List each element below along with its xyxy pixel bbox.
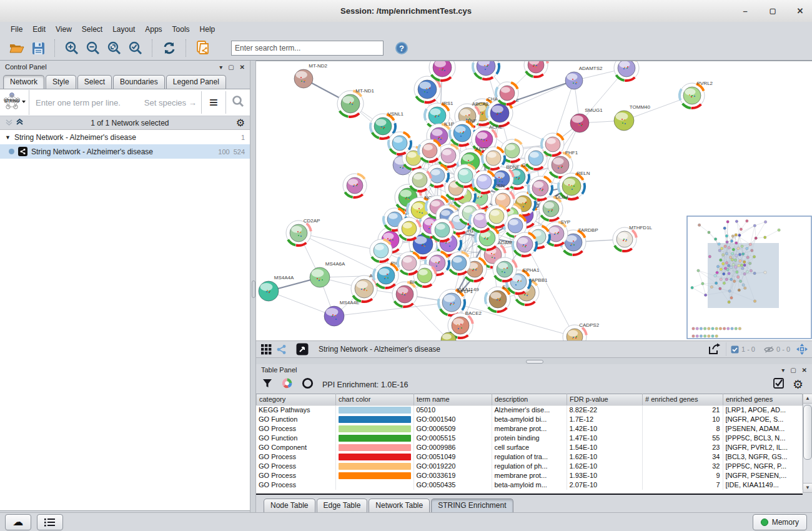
network-node[interactable]: [482, 147, 505, 169]
string-search-button[interactable]: [226, 90, 250, 115]
column-header-category[interactable]: category: [257, 394, 336, 405]
table-row[interactable]: GO ProcessGO:0050435beta-amyloid m...2.0…: [256, 480, 802, 490]
string-protein-query-dropdown[interactable]: STRING: [0, 90, 29, 115]
menu-file[interactable]: File: [6, 24, 27, 35]
column-header-description[interactable]: description: [492, 394, 567, 405]
share-view-button[interactable]: [274, 342, 289, 356]
search-input[interactable]: [231, 41, 384, 56]
minimize-button[interactable]: –: [740, 6, 751, 16]
string-query-input[interactable]: Enter one term per line. Set species →: [29, 98, 201, 107]
tree-expanded-icon[interactable]: ▼: [5, 134, 11, 141]
scroll-thumb[interactable]: [803, 405, 812, 460]
network-node[interactable]: [370, 239, 392, 262]
network-node[interactable]: [398, 217, 420, 240]
splitter-grip[interactable]: [252, 280, 255, 298]
clone-network-button[interactable]: [194, 39, 212, 57]
scroll-down-arrow[interactable]: ▼: [803, 483, 812, 492]
menu-select[interactable]: Select: [77, 24, 107, 35]
birdseye-panel[interactable]: [687, 216, 811, 339]
refresh-button[interactable]: [160, 39, 179, 57]
network-node[interactable]: [398, 252, 420, 274]
network-canvas[interactable]: MT-ND2MT-ND1VSNL1GAB2IRS1ADAMTS2SMUG1TOM…: [256, 61, 812, 340]
network-collection-row[interactable]: ▼ String Network - Alzheimer's disease 1: [0, 130, 250, 144]
tab-edge-table[interactable]: Edge Table: [317, 499, 368, 512]
network-node[interactable]: [614, 61, 639, 81]
network-node-MS4A4A[interactable]: MS4A4A: [259, 275, 294, 301]
network-node[interactable]: [496, 82, 518, 104]
network-node[interactable]: [408, 169, 431, 191]
horizontal-splitter[interactable]: [256, 358, 812, 364]
table-row[interactable]: GO FunctionGO:0005515protein binding1.47…: [256, 434, 802, 443]
network-node[interactable]: [448, 252, 470, 274]
scroll-up-arrow[interactable]: ▲: [803, 394, 812, 404]
column-header-chart-color[interactable]: chart color: [336, 394, 414, 405]
network-options-gear-icon[interactable]: ⚙: [236, 117, 245, 129]
network-node[interactable]: [431, 219, 453, 241]
network-node[interactable]: [528, 176, 552, 200]
panel-float-icon[interactable]: ▾: [219, 64, 222, 71]
save-session-button[interactable]: [29, 39, 47, 57]
grid-view-button[interactable]: [259, 342, 274, 356]
tab-node-table[interactable]: Node Table: [264, 499, 315, 512]
tab-boundaries[interactable]: Boundaries: [113, 75, 165, 89]
chart-settings-button[interactable]: [281, 377, 293, 392]
network-node-MTHFD1L[interactable]: MTHFD1L: [613, 225, 653, 251]
table-settings-gear-icon[interactable]: ⚙: [793, 377, 803, 392]
birdseye-toggle-button[interactable]: [795, 342, 810, 356]
network-node-SMUG1[interactable]: SMUG1: [570, 107, 603, 132]
network-node[interactable]: [542, 133, 564, 156]
tab-network-table[interactable]: Network Table: [369, 499, 430, 512]
network-node-CD2AP[interactable]: CD2AP: [286, 218, 320, 246]
network-node-ADAMTS2[interactable]: ADAMTS2: [565, 66, 603, 89]
network-node-MT-ND2[interactable]: MT-ND2: [294, 63, 328, 88]
close-button[interactable]: ✕: [795, 6, 806, 16]
automation-cloud-button[interactable]: ☁: [5, 514, 31, 530]
zoom-out-button[interactable]: [84, 39, 102, 57]
tab-string-enrichment[interactable]: STRING Enrichment: [431, 499, 513, 512]
export-network-button[interactable]: [707, 342, 722, 356]
table-row[interactable]: GO ProcessGO:0006509membrane prot...1.42…: [256, 424, 802, 434]
tab-style[interactable]: Style: [46, 75, 76, 89]
zoom-fit-button[interactable]: [105, 39, 124, 57]
column-header-enriched-genes[interactable]: enriched genes: [723, 394, 803, 405]
network-node[interactable]: [485, 205, 508, 227]
column-header-enriched-genes[interactable]: # enriched genes: [643, 394, 723, 405]
zoom-selected-button[interactable]: [126, 39, 145, 57]
zoom-in-button[interactable]: [62, 39, 81, 57]
network-node-PVRL2[interactable]: PVRL2: [680, 81, 713, 108]
tab-legend-panel[interactable]: Legend Panel: [166, 75, 226, 89]
network-node-MS4A6A[interactable]: MS4A6A: [310, 261, 345, 287]
network-node[interactable]: [418, 139, 441, 162]
table-row[interactable]: GO ComponentGO:0009986cell surface1.54E-…: [256, 443, 802, 452]
table-row[interactable]: GO ProcessGO:0051049regulation of tra...…: [256, 452, 802, 462]
expand-all-icon[interactable]: [16, 118, 24, 128]
table-row[interactable]: GO ProcessGO:0019220regulation of ph...1…: [256, 462, 802, 471]
network-node-MT-ND1[interactable]: MT-ND1: [337, 88, 375, 117]
tab-network[interactable]: Network: [3, 75, 44, 89]
help-button[interactable]: ?: [392, 39, 411, 57]
vertical-splitter[interactable]: [250, 61, 256, 512]
network-node[interactable]: [473, 61, 499, 79]
annotation-mode-button[interactable]: [295, 342, 310, 356]
menu-layout[interactable]: Layout: [108, 24, 139, 35]
panel-close-icon[interactable]: ✕: [802, 367, 807, 374]
table-row[interactable]: GO FunctionGO:0001540beta-amyloid bi...1…: [256, 415, 802, 424]
table-scrollbar[interactable]: ▲ ▼: [803, 394, 812, 493]
open-session-button[interactable]: [7, 39, 26, 57]
menu-edit[interactable]: Edit: [28, 24, 50, 35]
network-node[interactable]: [343, 174, 367, 197]
network-node-TOMM40[interactable]: TOMM40: [614, 104, 651, 131]
network-node[interactable]: [473, 171, 495, 193]
splitter-grip[interactable]: [526, 360, 543, 364]
tab-select[interactable]: Select: [77, 75, 112, 89]
network-row-selected[interactable]: String Network - Alzheimer's disease 100…: [0, 144, 250, 159]
network-node[interactable]: [513, 232, 537, 256]
collapse-all-icon[interactable]: [5, 118, 13, 128]
menu-view[interactable]: View: [51, 24, 76, 35]
table-row[interactable]: GO ProcessGO:0033619membrane prot...1.93…: [256, 471, 802, 480]
string-options-button[interactable]: ≡: [202, 90, 225, 115]
maximize-button[interactable]: ▢: [767, 7, 778, 15]
network-node[interactable]: [389, 132, 411, 154]
panel-float-icon[interactable]: ▾: [781, 367, 785, 374]
column-header-term-name[interactable]: term name: [414, 394, 492, 405]
